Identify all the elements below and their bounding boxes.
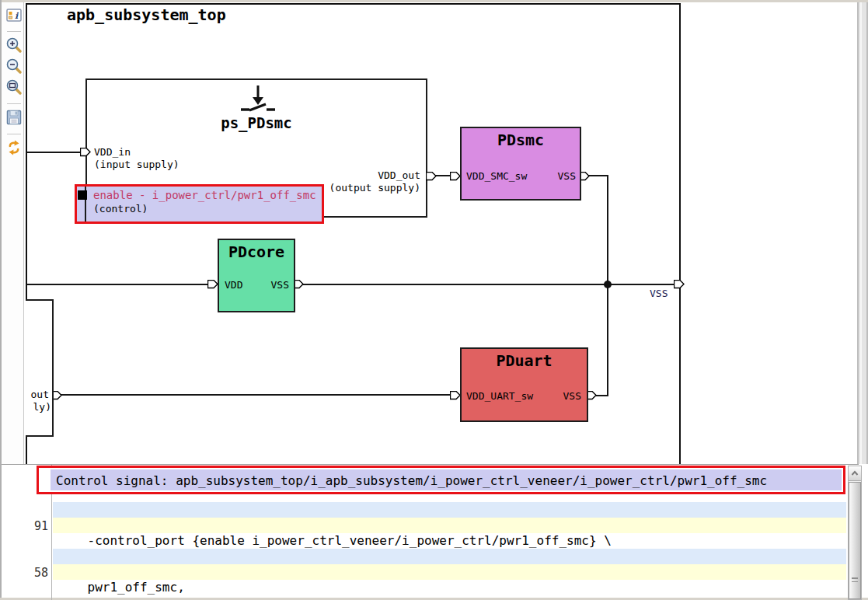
port-vdd-out-kind: (output supply) [311,182,420,194]
canvas-vertical-scrollbar[interactable] [857,2,868,464]
module-boundary-top [26,3,681,5]
pdsmc-left-port: VDD_SMC_sw [466,170,527,182]
toolbar-separator [7,134,21,134]
panel-vertical-scrollbar[interactable] [848,466,862,600]
port-arrow-pduart-in [450,391,461,400]
file-comment-row: // File power_ctrl.v (Compile index: 331… [53,549,846,564]
wire-pdcore-vss-to-boundary [295,284,675,285]
code-line-row: -control_port {enable i_power_ctrl_venee… [53,518,846,533]
power-switch-icon [236,84,280,115]
line-number: 91 [28,518,48,534]
left-toolbar: i [2,2,24,464]
code-text: pwr1_off_smc, [88,580,185,595]
pduart-right-port: VSS [541,390,581,402]
pdcore-block[interactable]: PDcore [218,239,295,312]
port-enable-kind: (control) [93,203,148,215]
port-enable-name[interactable]: enable - i_power_ctrl/pwr1_off_smc [93,190,316,201]
wire-vdd-in [27,152,82,153]
control-signal-highlight[interactable]: Control signal: apb_subsystem_top/i_apb_… [37,466,845,494]
thumb-grip [852,581,858,582]
pdsmc-right-port: VSS [536,170,576,182]
zoom-fit-icon[interactable] [5,78,23,96]
port-arrow-vdd-out [426,172,437,181]
pdcore-right-port: VSS [249,279,289,291]
pduart-block[interactable]: PDuart [460,347,588,422]
control-port-marker[interactable] [78,190,87,200]
port-arrow-pdcore-in [207,280,218,289]
scroll-up-button[interactable] [849,466,861,481]
line-number: 58 [28,565,48,581]
port-vdd-out-name: VDD_out [311,169,420,181]
wire-clipped-to-pduart [60,394,451,396]
scrollbar-thumb[interactable] [849,482,861,599]
wire-pdcore-vdd [27,284,209,285]
thumb-grip [852,577,858,579]
port-arrow-module-vss [674,280,685,289]
panel-separator[interactable] [2,464,859,465]
power-switch-title: ps_PDsmc [87,114,426,131]
port-vdd-in-kind: (input supply) [94,159,180,170]
pduart-title: PDuart [462,351,587,370]
module-boundary-right [679,3,681,464]
save-icon[interactable] [5,109,23,126]
power-intent-viewer-window: i [0,0,868,600]
clipped-left-block[interactable] [26,299,54,437]
clipped-block-text-1: out [26,389,49,400]
toolbar-separator [7,103,21,104]
port-arrow-vdd-in [80,148,91,157]
code-text: -control_port {enable i_power_ctrl_venee… [88,533,612,548]
port-vdd-in-name: VDD_in [94,146,131,158]
pdcore-left-port: VDD [225,279,242,291]
pdsmc-block[interactable]: PDsmc [460,127,581,201]
clipped-block-text-2: ly) [26,401,51,413]
chevron-up-icon [849,466,861,481]
zoom-out-icon[interactable] [5,58,23,75]
pdsmc-title: PDsmc [462,131,580,149]
reload-icon[interactable] [5,139,23,156]
zoom-in-icon[interactable] [5,37,23,54]
wire-junction-dot [604,281,612,288]
pdcore-title: PDcore [219,242,294,261]
control-signal-text: Control signal: apb_subsystem_top/i_apb_… [51,469,842,492]
file-comment-row: // File apb_subsystem.upf [53,502,846,518]
window-top-edge [0,0,868,2]
properties-icon[interactable]: i [5,7,23,24]
port-arrow-pdsmc-in [450,172,461,181]
module-title: apb_subsystem_top [67,5,226,24]
vss-net-label: VSS [650,288,668,299]
code-line-row: pwr1_off_smc, [53,564,846,580]
toolbar-separator [7,31,21,32]
pduart-left-port: VDD_UART_sw [466,390,533,402]
